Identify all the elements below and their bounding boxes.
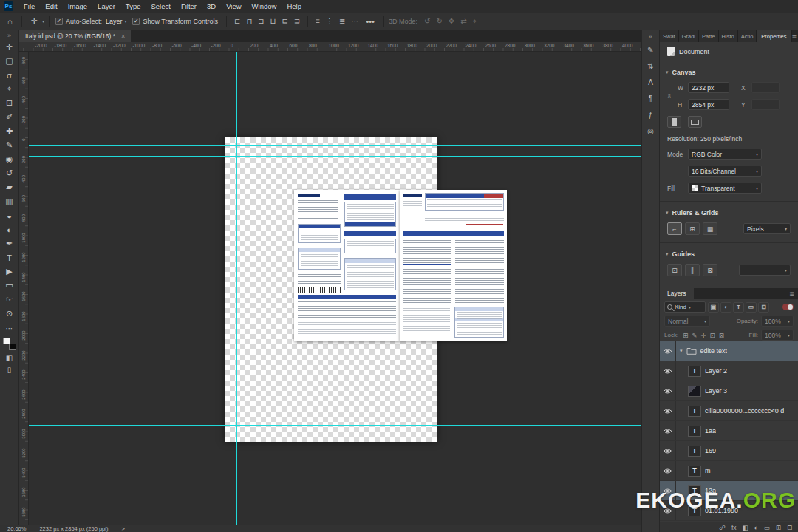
align-vertical-centers-icon[interactable]: ⊑ [279,17,290,25]
lock-transparent-pixels-icon[interactable]: ⊞ [681,332,689,339]
layer-row[interactable]: Tm [660,461,798,481]
quick-selection-tool[interactable]: ⌖ [0,82,19,96]
tab-histo[interactable]: Histo [719,30,738,42]
auto-select-dropdown[interactable]: Layer ▾ [106,18,127,25]
tab-swat[interactable]: Swat [660,30,679,42]
lock-all-icon[interactable]: ⊠ [717,332,726,339]
quick-mask-icon[interactable]: ◧ [6,354,13,362]
home-icon[interactable]: ⌂ [3,17,17,26]
zoom-3d-icon[interactable]: ⌖ [470,17,480,26]
menu-item-select[interactable]: Select [146,2,175,10]
layer-row[interactable]: Tcilla0000000...ccccccc<0 d [660,401,798,421]
fill-dropdown[interactable]: 100% ▾ [761,330,794,341]
tab-patte[interactable]: Patte [699,30,719,42]
section-rulers-grids[interactable]: ▾ Rulers & Grids [660,209,798,216]
type-tool[interactable]: T [0,250,19,265]
new-layer-icon[interactable]: ⊞ [776,524,781,531]
text-layer-thumbnail[interactable]: T [688,366,701,377]
distribute-vertical-icon[interactable]: ≡ [313,17,323,25]
layer-thumbnail[interactable] [688,386,701,397]
align-top-edges-icon[interactable]: ⊔ [267,17,279,25]
collapse-toolbar-icon[interactable]: » [0,30,19,40]
width-field[interactable]: 2232 px [688,82,729,93]
layer-name[interactable]: 169 [705,447,716,454]
eyedropper-tool[interactable]: ✐ [0,110,19,124]
visibility-toggle-eye-icon[interactable] [660,341,676,361]
layer-name[interactable]: cilla0000000...ccccccc<0 d [705,407,784,415]
align-right-edges-icon[interactable]: ⊐ [255,17,267,25]
align-bottom-edges-icon[interactable]: ⊒ [291,17,303,25]
text-layer-thumbnail[interactable]: T [688,406,701,417]
clone-source-panel-icon[interactable]: ◎ [641,123,660,139]
guide-vertical[interactable] [236,52,237,525]
toggle-rulers-icon[interactable]: ⌐ [667,222,682,235]
filter-pixel-layers-icon[interactable]: ▣ [708,302,719,313]
guide-vertical[interactable] [423,52,423,525]
new-group-icon[interactable]: ▭ [764,524,770,531]
brush-settings-panel-icon[interactable]: ✎ [641,41,660,58]
crop-tool[interactable]: ⊡ [0,96,19,110]
ruler-left[interactable]: -800-600-400-200020040060080010001200140… [19,52,29,525]
blend-mode-dropdown[interactable]: Normal ▾ [664,316,710,327]
layer-name[interactable]: m [705,467,711,474]
layer-row[interactable]: Layer 3 [660,381,798,401]
photoshop-logo-icon[interactable]: Ps [4,1,13,11]
visibility-toggle-eye-icon[interactable] [660,401,676,420]
landscape-orientation-button[interactable] [688,116,702,128]
section-canvas[interactable]: ▾ Canvas [660,69,798,76]
marquee-tool[interactable]: ▢ [0,54,19,68]
document-tab[interactable]: Italy id.psd @ 20.7% (RGB/16) * × [19,30,131,42]
link-dimensions-icon[interactable]: ∞ [666,94,673,98]
lock-position-icon[interactable]: ✛ [699,332,707,339]
menu-item-view[interactable]: View [221,2,246,10]
background-color-swatch[interactable] [9,344,16,350]
zoom-level-field[interactable]: 20.66% [7,525,26,532]
visibility-toggle-eye-icon[interactable] [660,361,676,381]
menu-item-3d[interactable]: 3D [202,2,221,10]
drag-3d-icon[interactable]: ✥ [446,17,457,25]
glyphs-panel-icon[interactable]: ƒ [641,106,660,123]
lock-image-pixels-icon[interactable]: ✎ [690,332,698,339]
pen-tool[interactable]: ✒ [0,236,19,250]
paragraph-panel-icon[interactable]: ¶ [641,90,660,106]
align-left-edges-icon[interactable]: ⊏ [231,17,243,25]
chevron-down-icon[interactable]: ▾ [680,348,683,354]
ruler-top[interactable]: -2000-1800-1600-1400-1200-1000-800-600-4… [19,42,641,52]
guide-style-dropdown[interactable]: ▾ [739,265,791,276]
menu-item-help[interactable]: Help [282,2,307,10]
filter-smart-objects-icon[interactable]: ⊡ [758,302,769,313]
zoom-tool[interactable]: ⊙ [0,307,19,321]
section-guides[interactable]: ▾ Guides [660,250,798,258]
auto-select-checkbox[interactable]: ✓ [55,18,63,25]
color-swatches[interactable] [3,338,16,350]
menu-item-filter[interactable]: Filter [176,2,202,10]
layer-row[interactable]: T169 [660,441,798,461]
guide-horizontal[interactable] [19,156,641,157]
canvas-fill-dropdown[interactable]: Transparent ▾ [688,183,762,194]
panel-menu-icon[interactable]: ≣ [789,288,798,299]
menu-item-type[interactable]: Type [120,2,146,10]
lock-guides-icon[interactable]: ∥ [685,264,700,276]
show-transform-checkbox[interactable]: ✓ [132,18,140,25]
tab-properties[interactable]: Properties [757,30,791,42]
gradient-tool[interactable]: ▥ [0,194,19,208]
opacity-dropdown[interactable]: 100% ▾ [761,316,794,327]
visibility-toggle-eye-icon[interactable] [660,421,676,440]
visibility-toggle-eye-icon[interactable] [660,461,676,480]
color-mode-dropdown[interactable]: RGB Color ▾ [688,149,762,160]
add-layer-mask-icon[interactable]: ◧ [743,524,748,531]
blur-tool[interactable]: ◒ [0,208,19,222]
menu-item-layer[interactable]: Layer [92,2,120,10]
kind-filter-dropdown[interactable]: Kind ▾ [664,301,706,313]
text-layer-thumbnail[interactable]: T [688,446,701,457]
layer-effects-icon[interactable]: fx [732,524,737,531]
canvas-area[interactable]: -800-600-400-200020040060080010001200140… [19,52,641,525]
shape-tool[interactable]: ▭ [0,279,19,293]
layer-row[interactable]: ▾edite text [660,341,798,361]
layer-name[interactable]: edite text [700,347,728,355]
visibility-toggle-eye-icon[interactable] [660,381,676,400]
path-selection-tool[interactable]: ▶ [0,265,19,279]
move-tool[interactable]: ✛ [0,40,19,54]
menu-item-edit[interactable]: Edit [40,2,62,10]
close-icon[interactable]: × [121,33,125,40]
